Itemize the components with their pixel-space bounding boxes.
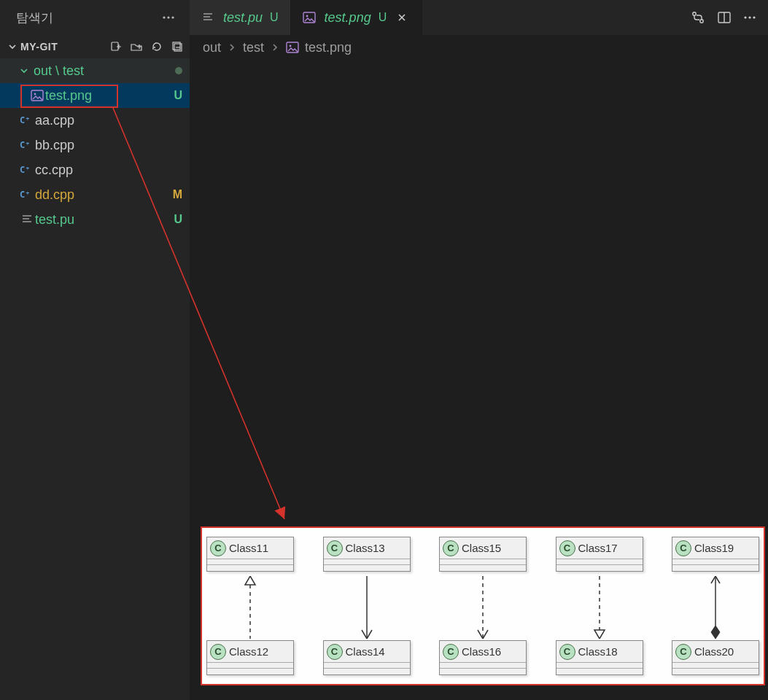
file-label: bb.cpp <box>35 138 182 153</box>
class-icon: C <box>327 540 343 556</box>
uml-pair: CClass11 CClass12 <box>206 532 294 680</box>
uml-connector <box>592 576 607 636</box>
image-icon <box>303 12 317 23</box>
class-label: Class12 <box>229 645 268 658</box>
uml-pair: CClass17 CClass18 <box>556 532 643 680</box>
chevron-right-icon <box>271 43 279 52</box>
collapse-all-button[interactable] <box>171 40 184 53</box>
file-test-pu[interactable]: test.pu U <box>0 207 190 232</box>
uml-pair: CClass15 CClass16 <box>439 532 527 680</box>
uml-connector <box>708 576 723 636</box>
svg-point-21 <box>700 20 703 23</box>
folder-label: out \ test <box>34 63 175 79</box>
explorer-section-header[interactable]: MY-GIT <box>0 35 190 58</box>
tab-close-button[interactable] <box>394 11 410 24</box>
uml-preview: CClass11 CClass12 CClass13 CClass14 CCla… <box>201 526 765 685</box>
explorer-sidebar: 탐색기 MY-GIT o <box>0 0 190 700</box>
class-label: Class11 <box>229 542 268 554</box>
class-icon: C <box>443 540 459 556</box>
class-icon: C <box>327 644 343 660</box>
folder-out-test[interactable]: out \ test <box>0 58 190 83</box>
class-box: CClass19 <box>672 537 759 572</box>
compare-changes-button[interactable] <box>691 10 705 25</box>
uml-connector <box>243 576 257 636</box>
class-box: CClass13 <box>323 537 411 572</box>
sidebar-title: 탐색기 <box>16 9 53 26</box>
section-actions <box>109 40 184 53</box>
class-box: CClass17 <box>556 537 643 572</box>
tab-status: U <box>270 11 279 24</box>
file-label: cc.cpp <box>35 163 182 178</box>
file-tree: out \ test test.png U C⁺ aa.cpp C⁺ bb.cp… <box>0 58 190 232</box>
lines-icon <box>201 12 216 23</box>
tab-label: test.png <box>325 10 371 26</box>
class-icon: C <box>210 540 226 556</box>
class-box: CClass14 <box>323 640 411 675</box>
svg-point-2 <box>171 16 174 18</box>
cpp-icon: C⁺ <box>19 139 35 151</box>
svg-point-20 <box>693 12 696 15</box>
editor-actions <box>679 0 768 35</box>
class-box: CClass16 <box>439 640 527 675</box>
svg-text:C⁺: C⁺ <box>20 140 30 150</box>
class-label: Class19 <box>694 542 734 554</box>
file-label: aa.cpp <box>35 113 182 128</box>
tab-label: test.pu <box>223 10 263 26</box>
refresh-button[interactable] <box>150 40 163 53</box>
file-aa-cpp[interactable]: C⁺ aa.cpp <box>0 108 190 133</box>
split-editor-button[interactable] <box>717 10 732 25</box>
chevron-down-icon <box>19 66 32 76</box>
class-label: Class16 <box>462 645 501 658</box>
class-label: Class20 <box>694 645 734 658</box>
class-box: CClass20 <box>672 640 759 675</box>
breadcrumb-out[interactable]: out <box>203 40 221 55</box>
svg-point-7 <box>34 93 36 96</box>
cpp-icon: C⁺ <box>19 189 35 201</box>
sidebar-header: 탐색기 <box>0 0 190 35</box>
cpp-icon: C⁺ <box>19 114 35 126</box>
lines-icon <box>19 214 35 225</box>
svg-point-26 <box>753 16 755 18</box>
svg-point-24 <box>744 16 746 18</box>
image-icon <box>29 90 45 101</box>
folder-modified-dot <box>175 67 182 74</box>
uml-connector <box>360 576 374 636</box>
svg-point-25 <box>748 16 750 18</box>
class-icon: C <box>675 540 691 556</box>
breadcrumb-test[interactable]: test <box>243 40 264 55</box>
file-dd-cpp[interactable]: C⁺ dd.cpp M <box>0 182 190 207</box>
svg-point-28 <box>290 45 292 47</box>
new-file-button[interactable] <box>109 40 123 53</box>
editor-more-button[interactable] <box>743 15 756 20</box>
tab-bar: test.pu U test.png U <box>190 0 768 35</box>
breadcrumb-file[interactable]: test.png <box>286 40 352 55</box>
class-label: Class17 <box>578 542 618 554</box>
class-icon: C <box>559 644 575 660</box>
section-label: MY-GIT <box>20 41 58 52</box>
file-cc-cpp[interactable]: C⁺ cc.cpp <box>0 158 190 182</box>
file-label: test.pu <box>35 212 174 228</box>
tab-test-pu[interactable]: test.pu U <box>190 0 291 35</box>
file-bb-cpp[interactable]: C⁺ bb.cpp <box>0 133 190 158</box>
class-icon: C <box>443 644 459 660</box>
new-folder-button[interactable] <box>130 40 143 53</box>
svg-text:C⁺: C⁺ <box>20 115 30 125</box>
tab-status: U <box>379 11 387 24</box>
chevron-right-icon <box>228 43 236 52</box>
svg-text:C⁺: C⁺ <box>20 190 30 200</box>
class-label: Class13 <box>346 542 385 554</box>
chevron-down-icon <box>7 42 20 52</box>
breadcrumbs: out test test.png <box>190 35 768 60</box>
tab-test-png[interactable]: test.png U <box>291 0 423 35</box>
class-label: Class18 <box>578 645 618 658</box>
sidebar-more-button[interactable] <box>158 14 179 21</box>
class-label: Class14 <box>346 645 385 658</box>
class-box: CClass15 <box>439 537 527 572</box>
class-icon: C <box>675 644 691 660</box>
cpp-icon: C⁺ <box>19 164 35 176</box>
git-badge: M <box>173 188 182 201</box>
svg-point-19 <box>306 15 308 18</box>
file-label: test.png <box>45 88 174 104</box>
class-box: CClass12 <box>206 640 294 675</box>
file-test-png[interactable]: test.png U <box>0 83 190 108</box>
